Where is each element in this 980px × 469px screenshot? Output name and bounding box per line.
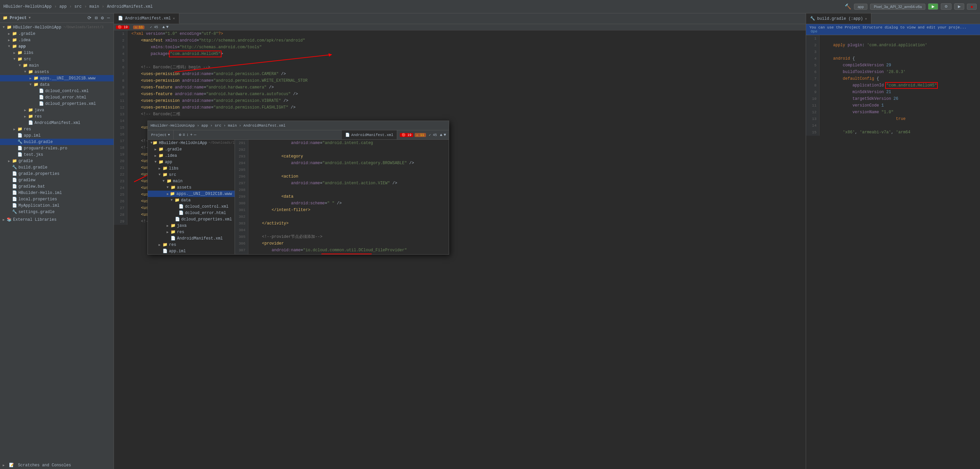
popup-sidebar: ▼ 📁 HBuilder-HelloUniApp ~/Downloads/lat… bbox=[148, 140, 235, 254]
tree-item-hbuilder-iml[interactable]: ▶ 📄 HBuilder-Hello.iml bbox=[0, 189, 114, 196]
popup-tree-assets[interactable]: ▼ 📁 assets bbox=[148, 184, 235, 191]
tree-item-data[interactable]: ▼ 📁 data bbox=[0, 81, 114, 88]
popup-tree-src[interactable]: ▼ 📁 src bbox=[148, 172, 235, 178]
tree-label-gradle-folder: gradle bbox=[18, 159, 33, 164]
popup-toolbar-icon-4[interactable]: + bbox=[190, 133, 192, 137]
right-panel-tab[interactable]: 🔧 build.gradle (:app) ✕ bbox=[806, 13, 872, 24]
popup-tree-main[interactable]: ▼ 📁 main bbox=[148, 178, 235, 184]
code-line-5: 5 bbox=[114, 57, 806, 64]
popup-tree-app[interactable]: ▼ 📁 app bbox=[148, 159, 235, 165]
debug-button[interactable]: ⚙ bbox=[941, 3, 951, 10]
tree-item-src[interactable]: ▼ 📁 src bbox=[0, 56, 114, 62]
stop-button[interactable]: ■ bbox=[967, 4, 977, 10]
popup-toolbar-icon-2[interactable]: ≡ bbox=[183, 133, 185, 137]
tree-item-test-jks[interactable]: ▶ 📄 test.jks bbox=[0, 151, 114, 158]
breadcrumb-item-4[interactable]: main bbox=[89, 4, 99, 9]
main-tab-close[interactable]: ✕ bbox=[173, 16, 175, 21]
popup-tree-java[interactable]: ▶ 📁 java bbox=[148, 223, 235, 229]
tree-item-assets[interactable]: ▼ 📁 assets bbox=[0, 69, 114, 75]
popup-toolbar-icon-5[interactable]: — bbox=[194, 133, 196, 137]
popup-project-tab[interactable]: Project ▼ bbox=[148, 130, 173, 139]
tree-item-gradle-folder[interactable]: ▶ 📁 gradle bbox=[0, 158, 114, 164]
popup-tree-manifest[interactable]: ▶ 📄 AndroidManifest.xml bbox=[148, 235, 235, 242]
device-button[interactable]: Pixel_3a_API_32_arm64-v8a bbox=[870, 4, 925, 10]
popup-ok-badge: ✓ 45 bbox=[427, 133, 439, 137]
tree-item-proguard[interactable]: ▶ 📄 proguard-rules.pro bbox=[0, 145, 114, 151]
tree-item-build-gradle-app[interactable]: ▶ 🔧 build.gradle bbox=[0, 139, 114, 145]
right-tab-close[interactable]: ✕ bbox=[865, 17, 867, 21]
popup-scroll-down[interactable]: ▼ bbox=[444, 133, 446, 137]
tree-item-res-app[interactable]: ▶ 📁 res bbox=[0, 126, 114, 132]
tree-item-res-main[interactable]: ▶ 📁 res bbox=[0, 113, 114, 119]
tree-item-myapp-iml[interactable]: ▶ 📄 MyApplication.iml bbox=[0, 202, 114, 209]
popup-tree-dcloud-error[interactable]: ▶ 📄 dcloud_error.html bbox=[148, 210, 235, 216]
popup-editor[interactable]: 291 android:name="android.intent.categ 2… bbox=[235, 140, 449, 254]
popup-tree-dcloud-control[interactable]: ▶ 📄 dcloud_control.xml bbox=[148, 203, 235, 210]
tree-label-app-iml: app.iml bbox=[24, 134, 41, 138]
popup-tree-gradle[interactable]: ▶ 📁 .gradle bbox=[148, 146, 235, 153]
popup-tree-res2[interactable]: ▶ 📁 res bbox=[148, 242, 235, 248]
popup-tree-idea[interactable]: ▶ 📁 .idea bbox=[148, 153, 235, 159]
popup-tree-dcloud-properties[interactable]: ▶ 📄 dcloud_properties.xml bbox=[148, 216, 235, 223]
app-button[interactable]: app bbox=[854, 4, 867, 10]
code-line-13: 13 <!-- Barcode(二维 bbox=[114, 111, 806, 118]
open-link[interactable]: Ope bbox=[811, 30, 818, 33]
popup-manifest-tab[interactable]: 📄 AndroidManifest.xml bbox=[342, 130, 397, 139]
tree-item-androidmanifest[interactable]: ▶ 📄 AndroidManifest.xml bbox=[0, 119, 114, 126]
sync-icon[interactable]: ⟳ bbox=[86, 15, 92, 21]
settings-icon[interactable]: ⚙ bbox=[100, 15, 105, 21]
tree-item-dcloud-control[interactable]: ▶ 📄 dcloud_control.xml bbox=[0, 88, 114, 94]
popup-tree-apps-uni[interactable]: ▶ 📁 apps.__UNI__D912C1B.www bbox=[148, 191, 235, 197]
popup-line-297: 297 android:name="android.intent.action.… bbox=[235, 180, 449, 187]
tree-item-main[interactable]: ▼ 📁 main bbox=[0, 62, 114, 69]
tree-label-build-gradle-app: build.gradle bbox=[24, 140, 52, 145]
popup-line-306: 306 <provider bbox=[235, 240, 449, 247]
collapse-icon[interactable]: ⊟ bbox=[94, 15, 99, 21]
code-line-6: 6 <!-- Barcode(二维码）begin --> bbox=[114, 64, 806, 71]
tree-item-libs[interactable]: ▶ 📁 libs bbox=[0, 49, 114, 56]
tree-item-local-properties[interactable]: ▶ 📄 local.properties bbox=[0, 196, 114, 202]
breadcrumb-sep-1: › bbox=[54, 4, 57, 9]
tree-item-app-iml[interactable]: ▶ 📄 app.iml bbox=[0, 132, 114, 139]
right-line-15: 15 'x86', 'armeabi-v7a', 'arm64 bbox=[806, 129, 980, 136]
top-toolbar: HBuilder-HelloUniApp › app › src › main … bbox=[0, 0, 980, 13]
popup-tree-res[interactable]: ▶ 📁 res bbox=[148, 229, 235, 235]
tree-item-gradlew[interactable]: ▶ 📄 gradlew bbox=[0, 177, 114, 183]
scratches-item[interactable]: ▶ 📝 Scratches and Consoles bbox=[0, 461, 114, 469]
tree-item-gradle-root[interactable]: ▶ 📁 .gradle bbox=[0, 30, 114, 37]
editor-scroll-down[interactable]: ▼ bbox=[166, 25, 169, 30]
tree-item-idea[interactable]: ▶ 📁 .idea bbox=[0, 37, 114, 43]
tree-label-main: main bbox=[29, 63, 39, 68]
tree-item-settings-gradle[interactable]: ▶ 🔧 settings.gradle bbox=[0, 209, 114, 215]
close-sidebar-icon[interactable]: — bbox=[106, 15, 111, 21]
popup-warn-badge: ⚠ 11 bbox=[415, 133, 426, 137]
popup-line-308: 308 android:authorities="${apk.applicati… bbox=[235, 254, 449, 254]
tree-item-apps-uni[interactable]: ▶ 📁 apps.__UNI__D912C1B.www bbox=[0, 75, 114, 81]
tree-item-external-libraries[interactable]: ▶ 📚 External Libraries bbox=[0, 216, 114, 223]
tree-root[interactable]: ▼ 📁 HBuilder-HelloUniApp ~/Downloads/lat… bbox=[0, 24, 114, 30]
run-button[interactable]: ▶ bbox=[928, 3, 938, 10]
popup-tree-data[interactable]: ▼ 📁 data bbox=[148, 197, 235, 203]
breadcrumb-item-5[interactable]: AndroidManifest.xml bbox=[107, 4, 153, 9]
popup-scroll-up[interactable]: ▲ bbox=[440, 133, 442, 137]
tree-item-gradle-properties[interactable]: ▶ 📄 gradle.properties bbox=[0, 170, 114, 177]
tree-item-build-gradle-root[interactable]: ▶ 🔧 build.gradle bbox=[0, 164, 114, 170]
editor-scroll-up[interactable]: ▲ bbox=[162, 25, 165, 30]
build-button[interactable]: ▶ bbox=[954, 3, 964, 10]
main-editor-tab[interactable]: 📄 AndroidManifest.xml ✕ bbox=[114, 13, 179, 24]
hammer-icon: 🔨 bbox=[845, 3, 851, 10]
popup-toolbar-icon-3[interactable]: ↕ bbox=[186, 133, 189, 137]
breadcrumb-item-3[interactable]: src bbox=[75, 4, 82, 9]
breadcrumb-item-1[interactable]: HBuilder-HelloUniApp bbox=[3, 4, 52, 9]
tree-item-dcloud-error[interactable]: ▶ 📄 dcloud_error.html bbox=[0, 94, 114, 100]
popup-tree-libs[interactable]: ▶ 📁 libs bbox=[148, 165, 235, 172]
popup-tree-root[interactable]: ▼ 📁 HBuilder-HelloUniApp ~/Downloads/lat… bbox=[148, 140, 235, 146]
tree-item-gradlew-bat[interactable]: ▶ 📄 gradlew.bat bbox=[0, 183, 114, 189]
tree-item-app[interactable]: ▼ 📁 app bbox=[0, 43, 114, 49]
right-code-editor[interactable]: 1 2 apply plugin: 'com.android.applicati… bbox=[806, 35, 980, 469]
popup-tree-app-iml[interactable]: ▶ 📄 app.iml bbox=[148, 248, 235, 254]
popup-toolbar-icon-1[interactable]: ⚙ bbox=[179, 132, 181, 137]
tree-item-dcloud-properties[interactable]: ▶ 📄 dcloud_properties.xml bbox=[0, 100, 114, 107]
tree-item-java[interactable]: ▶ 📁 java bbox=[0, 107, 114, 113]
breadcrumb-item-2[interactable]: app bbox=[59, 4, 67, 9]
